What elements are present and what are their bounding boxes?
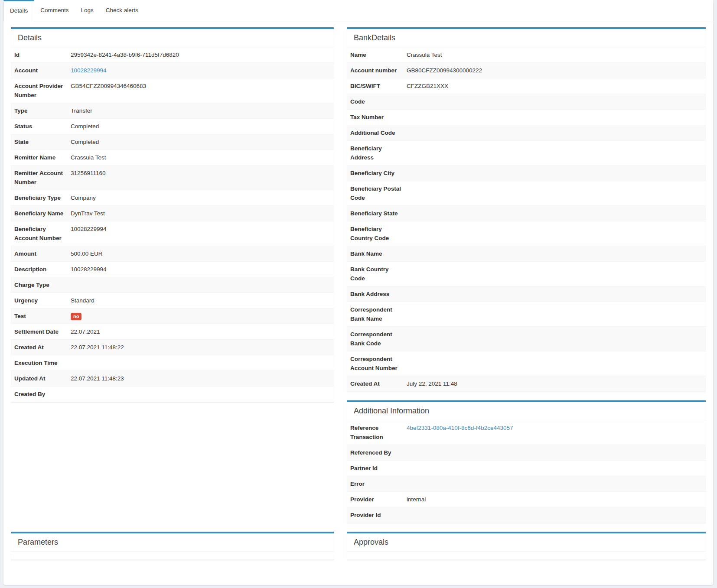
tab-bar: Details Comments Logs Check alerts [3, 0, 713, 21]
field-row: BIC/SWIFTCFZZGB21XXX [347, 78, 706, 94]
field-row: Bank Address [347, 286, 706, 302]
content-card: Details Comments Logs Check alerts Detai… [3, 0, 713, 585]
field-label: Test [11, 309, 71, 324]
field-value [407, 141, 706, 165]
field-label: Additional Code [347, 125, 407, 140]
field-label: Provider [347, 492, 407, 507]
field-row: Bank Name [347, 246, 706, 262]
field-row: Remitter NameCrassula Test [11, 150, 334, 166]
field-label: Error [347, 476, 407, 491]
field-value: GB54CFZZ00994346460683 [71, 78, 334, 103]
field-label: Bank Country Code [347, 262, 407, 286]
field-row: Created By [11, 387, 334, 402]
field-value: Transfer [71, 103, 334, 118]
field-value: Standard [71, 293, 334, 308]
field-row: StateCompleted [11, 134, 334, 150]
field-row: Account numberGB80CFZZ00994300000222 [347, 63, 706, 78]
field-row: TypeTransfer [11, 103, 334, 119]
field-label: Description [11, 262, 71, 277]
field-value: 22.07.2021 11:48:23 [71, 371, 334, 386]
field-row: Correspondent Account Number [347, 351, 706, 376]
field-value: Completed [71, 119, 334, 134]
field-row: Remitter Account Number31256911160 [11, 166, 334, 190]
field-row: Beneficiary Account Number10028229994 [11, 221, 334, 246]
field-row: Beneficiary NameDynTrav Test [11, 206, 334, 221]
field-row: Id2959342e-8241-4a38-b9f6-711d5f7d6820 [11, 47, 334, 63]
field-label: Status [11, 119, 71, 134]
panel-additional-information: Additional Information Reference Transac… [347, 400, 706, 523]
field-row: Beneficiary State [347, 206, 706, 221]
field-row: NameCrassula Test [347, 47, 706, 63]
field-value [407, 286, 706, 302]
field-value [71, 277, 334, 292]
panel-parameters-title: Parameters [11, 533, 334, 552]
field-row: StatusCompleted [11, 119, 334, 134]
field-row: Code [347, 94, 706, 110]
field-value: DynTrav Test [71, 206, 334, 221]
field-label: Beneficiary Type [11, 190, 71, 205]
field-row: Created AtJuly 22, 2021 11:48 [347, 376, 706, 392]
field-value: Crassula Test [407, 47, 706, 62]
field-row: Settlement Date22.07.2021 [11, 324, 334, 340]
field-value [407, 262, 706, 286]
field-value [71, 387, 334, 402]
field-label: Beneficiary Country Code [347, 221, 407, 246]
field-row: Beneficiary City [347, 166, 706, 181]
panel-approvals: Approvals [347, 532, 706, 560]
panel-approvals-rows [347, 552, 706, 560]
field-value [407, 166, 706, 181]
field-value [407, 246, 706, 261]
tab-comments[interactable]: Comments [34, 0, 75, 21]
field-label: Beneficiary Name [11, 206, 71, 221]
field-label: Name [347, 47, 407, 62]
field-row: Execution Time [11, 355, 334, 371]
field-label: Created At [11, 340, 71, 355]
field-label: Type [11, 103, 71, 118]
panel-bank-details-rows: NameCrassula TestAccount numberGB80CFZZ0… [347, 47, 706, 392]
field-row: Testno [11, 309, 334, 324]
field-value [407, 302, 706, 326]
field-value [407, 476, 706, 491]
field-value [407, 461, 706, 476]
panel-details-title: Details [11, 29, 334, 47]
field-label: Urgency [11, 293, 71, 308]
panel-details-rows: Id2959342e-8241-4a38-b9f6-711d5f7d6820Ac… [11, 47, 334, 402]
field-label: Code [347, 94, 407, 109]
field-label: Bank Address [347, 286, 407, 302]
field-value: Crassula Test [71, 150, 334, 165]
field-label: Amount [11, 246, 71, 261]
field-row: Tax Number [347, 110, 706, 125]
field-value: no [71, 309, 334, 324]
field-value: Company [71, 190, 334, 205]
field-value: internal [407, 492, 706, 507]
tab-details[interactable]: Details [3, 0, 34, 21]
field-value-link[interactable]: 4bef2331-080a-410f-8c6d-f4b2ce443057 [407, 425, 513, 431]
field-row: Updated At22.07.2021 11:48:23 [11, 371, 334, 387]
field-label: Provider Id [347, 507, 407, 523]
field-row: Charge Type [11, 277, 334, 293]
field-value: 10028229994 [71, 221, 334, 246]
field-label: Correspondent Bank Name [347, 302, 407, 326]
tab-logs[interactable]: Logs [75, 0, 100, 21]
panel-additional-information-rows: Reference Transaction4bef2331-080a-410f-… [347, 420, 706, 523]
tab-check-alerts[interactable]: Check alerts [100, 0, 144, 21]
field-value [407, 327, 706, 351]
field-label: State [11, 134, 71, 149]
field-label: Partner Id [347, 461, 407, 476]
field-value [407, 181, 706, 205]
field-label: Beneficiary Address [347, 141, 407, 165]
field-label: Account number [347, 63, 407, 78]
empty-row [11, 552, 334, 560]
field-row: UrgencyStandard [11, 293, 334, 309]
field-label: Created By [11, 387, 71, 402]
field-label: Settlement Date [11, 324, 71, 339]
field-row: Providerinternal [347, 492, 706, 507]
field-row: Correspondent Bank Code [347, 327, 706, 351]
field-label: Remitter Name [11, 150, 71, 165]
field-row: Provider Id [347, 507, 706, 523]
field-value: 4bef2331-080a-410f-8c6d-f4b2ce443057 [407, 420, 706, 445]
field-label: Beneficiary Account Number [11, 221, 71, 246]
field-label: BIC/SWIFT [347, 78, 407, 94]
field-row: Additional Code [347, 125, 706, 141]
field-value-link[interactable]: 10028229994 [71, 67, 107, 74]
